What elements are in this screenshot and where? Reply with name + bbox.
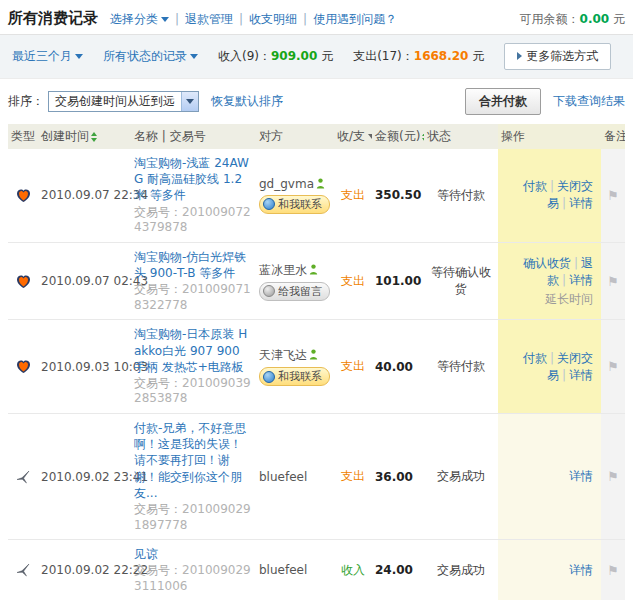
transaction-row: 2010.09.07 02:43 淘宝购物-仿白光焊铁头 900-T-B 等多件… [8, 242, 625, 320]
status-filter[interactable]: 所有状态的记录 [103, 48, 198, 65]
action-link[interactable]: 确认收货 [523, 256, 571, 270]
chevron-down-icon [161, 17, 169, 22]
sort-select[interactable]: 交易创建时间从近到远 [48, 91, 199, 112]
remark-cell: ⚑ [601, 540, 625, 600]
contact-button[interactable]: 和我联系 [259, 195, 330, 214]
sort-selected-value: 交易创建时间从近到远 [49, 93, 181, 110]
transactions-table: 类型 创建时间 名称 | 交易号 对方 收/支 金额(元) 状态 操作 备注 2… [8, 124, 625, 600]
action-link[interactable]: 详情 [569, 469, 593, 483]
flag-icon[interactable]: ⚑ [607, 274, 619, 289]
col-amount[interactable]: 金额(元) [372, 124, 424, 149]
transaction-name-link[interactable]: 见谅 [134, 547, 158, 561]
date-range-filter[interactable]: 最近三个月 [12, 48, 83, 65]
transaction-name-link[interactable]: 淘宝购物-仿白光焊铁头 900-T-B 等多件 [134, 250, 246, 280]
transaction-name-link[interactable]: 淘宝购物-浅蓝 24AWG 耐高温硅胶线 1.2米 等多件 [134, 156, 249, 202]
arrow-right-icon [517, 52, 522, 60]
sub-action[interactable]: 延长时间 [501, 291, 593, 308]
wangwang-icon [263, 371, 275, 383]
action-link[interactable]: 付款 [523, 351, 547, 365]
type-cell [8, 320, 38, 414]
name-cell: 淘宝购物-浅蓝 24AWG 耐高温硅胶线 1.2米 等多件 交易号：201009… [131, 149, 256, 242]
party-name: bluefeel [259, 563, 307, 577]
remark-cell: ⚑ [601, 320, 625, 414]
taobao-icon [16, 274, 31, 289]
transfer-icon [16, 470, 30, 484]
taobao-icon [16, 188, 31, 203]
action-links: 详情 [569, 563, 593, 577]
action-separator: | [550, 179, 554, 193]
transaction-name-link[interactable]: 淘宝购物-日本原装 Hakko白光 907 900 手柄 发热芯+电路板 [134, 327, 247, 373]
action-link[interactable]: 详情 [569, 563, 593, 577]
action-links: 详情 [569, 469, 593, 483]
col-remark: 备注 [601, 124, 625, 149]
party-cell: gd_gvma 和我联系 [256, 149, 334, 242]
flag-icon[interactable]: ⚑ [607, 188, 619, 203]
refund-manage-link[interactable]: 退款管理 [185, 11, 233, 28]
category-select-link[interactable]: 选择分类 [110, 11, 169, 28]
col-flow[interactable]: 收/支 [334, 124, 372, 149]
col-name-txn: 名称 | 交易号 [131, 124, 256, 149]
chevron-down-icon [186, 99, 194, 104]
action-link[interactable]: 详情 [569, 196, 593, 210]
action-links: 确认收货|退款|详情 [523, 256, 593, 287]
filter-bar: 最近三个月 所有状态的记录 收入(9)：909.00 元 支出(17)：1668… [0, 34, 633, 79]
party-cell: bluefeel [256, 540, 334, 600]
select-dropdown-button[interactable] [181, 92, 198, 111]
transaction-row: 2010.09.07 22:34 淘宝购物-浅蓝 24AWG 耐高温硅胶线 1.… [8, 149, 625, 242]
action-link[interactable]: 付款 [523, 179, 547, 193]
transaction-row: 2010.09.02 23:41 付款-兄弟，不好意思啊！这是我的失误！请不要再… [8, 414, 625, 540]
action-separator: | [574, 256, 578, 270]
party-name: 蓝冰里水 [259, 263, 307, 277]
col-create-time[interactable]: 创建时间 [38, 124, 131, 149]
transaction-name-link[interactable]: 付款-兄弟，不好意思啊！这是我的失误！请不要再打回！谢谢！能交到你这个朋友... [134, 421, 246, 500]
chevron-down-icon [75, 54, 83, 59]
type-cell [8, 414, 38, 540]
flow-cell: 支出 [334, 414, 372, 540]
sort-arrows-icon [422, 132, 424, 142]
more-filters-button[interactable]: 更多筛选方式 [504, 43, 611, 70]
contact-button[interactable]: 和我联系 [259, 367, 330, 386]
type-cell [8, 242, 38, 320]
table-header: 类型 创建时间 名称 | 交易号 对方 收/支 金额(元) 状态 操作 备注 [8, 124, 625, 149]
wangwang-icon [263, 198, 275, 210]
create-time: 2010.09.02 22:22 [38, 540, 131, 600]
reset-sort-link[interactable]: 恢复默认排序 [211, 93, 283, 110]
contact-button[interactable]: 给我留言 [259, 282, 330, 301]
status-cell: 等待付款 [424, 320, 498, 414]
help-link[interactable]: 使用遇到问题？ [313, 11, 397, 28]
income-expense-detail-link[interactable]: 收支明细 [249, 11, 297, 28]
amount-cell: 350.50 [372, 149, 424, 242]
remark-cell: ⚑ [601, 242, 625, 320]
status-cell: 等待确认收货 [424, 242, 498, 320]
action-separator: | [562, 273, 566, 287]
action-link[interactable]: 详情 [569, 368, 593, 382]
flow-cell: 支出 [334, 149, 372, 242]
online-status-icon [316, 178, 325, 192]
name-cell: 付款-兄弟，不好意思啊！这是我的失误！请不要再打回！谢谢！能交到你这个朋友...… [131, 414, 256, 540]
flag-icon[interactable]: ⚑ [607, 563, 619, 578]
download-results-link[interactable]: 下载查询结果 [553, 93, 625, 110]
party-name: gd_gvma [259, 177, 314, 191]
balance-label: 可用余额： [520, 12, 580, 26]
action-links: 付款|关闭交易|详情 [523, 179, 593, 210]
type-cell [8, 540, 38, 600]
party-name: bluefeel [259, 470, 307, 484]
transfer-icon [16, 563, 30, 577]
flow-cell: 支出 [334, 320, 372, 414]
merge-payment-button[interactable]: 合并付款 [465, 88, 541, 115]
amount-cell: 40.00 [372, 320, 424, 414]
party-cell: 天津飞达 和我联系 [256, 320, 334, 414]
party-name: 天津飞达 [259, 348, 307, 362]
col-party: 对方 [256, 124, 334, 149]
action-link[interactable]: 详情 [569, 273, 593, 287]
flag-icon[interactable]: ⚑ [607, 469, 619, 484]
flag-icon[interactable]: ⚑ [607, 359, 619, 374]
create-time: 2010.09.03 10:03 [38, 320, 131, 414]
action-separator: | [550, 351, 554, 365]
transaction-number: 交易号：2010090392853878 [134, 376, 253, 407]
sort-label: 排序： [8, 93, 44, 110]
remark-cell: ⚑ [601, 414, 625, 540]
link-separator: | [303, 12, 307, 26]
amount-cell: 101.00 [372, 242, 424, 320]
party-cell: bluefeel [256, 414, 334, 540]
